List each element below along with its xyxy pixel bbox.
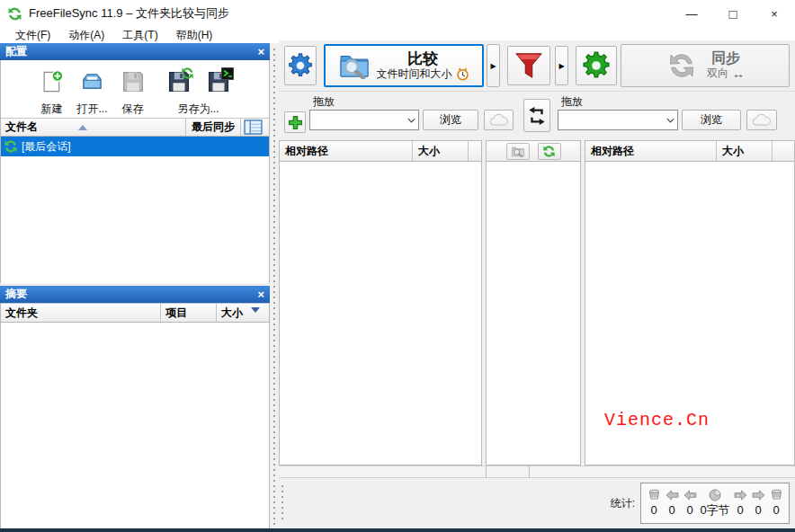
gray-sync-arrows-icon [665, 52, 698, 79]
swap-sides-button[interactable] [523, 99, 550, 132]
status-bar: 统计: [279, 478, 795, 528]
delete-right-icon [767, 489, 785, 501]
right-folder-combobox[interactable] [558, 110, 678, 130]
console-badge-icon [221, 67, 234, 80]
swap-arrows-icon [527, 105, 547, 127]
file-grids: 相对路径 大小 [279, 140, 795, 466]
blue-gear-icon [287, 52, 314, 79]
statusbar-grip[interactable] [281, 483, 284, 523]
chevron-down-icon[interactable] [404, 111, 418, 129]
save-config-label: 保存 [122, 102, 144, 117]
config-toolbar: 新建 打开... [1, 60, 269, 118]
sync-settings-button[interactable] [576, 46, 617, 85]
summary-panel-close-icon[interactable]: × [257, 288, 264, 300]
right-folder-path-input[interactable] [558, 111, 663, 129]
left-folder-pane: 拖放 浏览 [309, 94, 516, 130]
filter-settings-button[interactable] [507, 46, 550, 85]
add-folder-pair-button[interactable] [284, 111, 306, 133]
left-file-grid[interactable]: 相对路径 大小 [279, 140, 482, 466]
compare-label: 比较 [407, 50, 438, 68]
freefilesync-window: FreeFileSync 11.9 – 文件夹比较与同步 — □ × 文件(F)… [0, 0, 795, 532]
compare-variant-label: 文件时间和大小 [377, 68, 452, 81]
compare-preview-button[interactable] [506, 143, 530, 160]
right-browse-button[interactable]: 浏览 [682, 110, 741, 130]
cloud-icon [488, 113, 510, 127]
gray-folder-search-icon [511, 146, 525, 157]
menu-item-help[interactable]: 帮助(H) [167, 28, 222, 43]
main-toolbar: 比较 文件时间和大小 ▶ [279, 40, 795, 92]
dropdown-arrow-icon: ▶ [490, 62, 496, 70]
column-folder[interactable]: 文件夹 [1, 306, 160, 321]
summary-panel-title: 摘要 [5, 287, 27, 302]
sync-arrows-icon [4, 139, 18, 154]
left-drop-label: 拖放 [313, 94, 516, 110]
sync-variant-label: 双向 [707, 67, 728, 80]
watermark-text: Vience.Cn [604, 410, 710, 430]
column-relative-path[interactable]: 相对路径 [585, 144, 716, 159]
clock-icon [456, 67, 469, 81]
window-title: FreeFileSync 11.9 – 文件夹比较与同步 [29, 5, 229, 22]
save-disk-icon [121, 70, 145, 93]
config-row-label: [最后会话] [22, 139, 71, 155]
config-row-last-session[interactable]: [最后会话] [1, 137, 269, 156]
minimize-button[interactable]: — [671, 0, 712, 27]
column-size[interactable]: 大小 [413, 144, 468, 159]
save-as-config-button[interactable] [160, 63, 198, 101]
middle-pane-header [487, 141, 580, 162]
open-config-button[interactable] [74, 63, 112, 101]
right-grid-header: 相对路径 大小 [585, 141, 794, 162]
column-settings-button[interactable] [241, 120, 264, 135]
maximize-button[interactable]: □ [712, 0, 754, 27]
comparison-settings-button[interactable] [284, 46, 317, 85]
bytes-icon [699, 489, 731, 501]
column-size[interactable]: 大小 [717, 144, 772, 159]
column-size[interactable]: 大小 [217, 306, 269, 321]
new-config-label: 新建 [41, 102, 63, 117]
left-cloud-button[interactable] [484, 110, 514, 130]
compare-variant-dropdown-button[interactable]: ▶ [487, 44, 500, 87]
synchronize-button[interactable]: 同步 双向 ↔ [621, 44, 790, 87]
sync-direction-button[interactable] [538, 143, 561, 160]
config-list-header: 文件名 最后同步 [1, 118, 269, 137]
left-folder-combobox[interactable] [309, 110, 419, 130]
update-left-count: 0 [663, 503, 681, 517]
summary-list-header: 文件夹 项目 大小 [1, 303, 269, 323]
middle-pane [486, 140, 581, 466]
sync-label: 同步 [711, 50, 740, 66]
left-browse-button[interactable]: 浏览 [423, 110, 478, 130]
config-panel-close-icon[interactable]: × [257, 46, 264, 58]
column-last-sync[interactable]: 最后同步 [186, 120, 240, 135]
config-panel-header: 配置 × [0, 43, 270, 60]
vertical-splitter[interactable] [270, 43, 279, 528]
summary-panel-header: 摘要 × [0, 286, 270, 303]
folder-search-icon [339, 52, 370, 79]
config-panel-title: 配置 [5, 44, 27, 59]
save-as-batch-button[interactable] [200, 63, 237, 101]
open-folder-icon [80, 70, 104, 93]
menu-item-file[interactable]: 文件(F) [6, 28, 59, 43]
statistics-label: 统计: [611, 496, 635, 511]
filter-dropdown-button[interactable]: ▶ [555, 46, 568, 85]
window-bottom-edge [0, 528, 795, 532]
chevron-down-icon[interactable] [663, 111, 677, 129]
close-button[interactable]: × [754, 0, 795, 27]
title-bar: FreeFileSync 11.9 – 文件夹比较与同步 — □ × [0, 0, 795, 27]
new-config-button[interactable] [33, 63, 71, 101]
save-config-button[interactable] [114, 63, 152, 101]
right-cloud-button[interactable] [746, 110, 777, 130]
compare-button[interactable]: 比较 文件时间和大小 [324, 44, 484, 87]
column-items[interactable]: 项目 [161, 306, 216, 321]
column-file-name[interactable]: 文件名 [1, 120, 78, 135]
horizontal-scrollbar-track[interactable] [279, 466, 795, 478]
two-way-arrow-icon: ↔ [732, 66, 745, 81]
menu-item-tools[interactable]: 工具(T) [113, 28, 166, 43]
delete-left-count: 0 [645, 503, 663, 517]
left-folder-path-input[interactable] [310, 111, 404, 129]
update-left-icon [663, 490, 681, 501]
menu-item-actions[interactable]: 动作(A) [59, 28, 113, 43]
column-relative-path[interactable]: 相对路径 [280, 144, 412, 159]
save-as-config-label: 另存为... [177, 102, 219, 117]
statistics-box: 0 0 0 0字节 0 0 0 [640, 483, 790, 524]
green-plus-icon [287, 114, 304, 131]
create-right-icon [731, 490, 749, 501]
